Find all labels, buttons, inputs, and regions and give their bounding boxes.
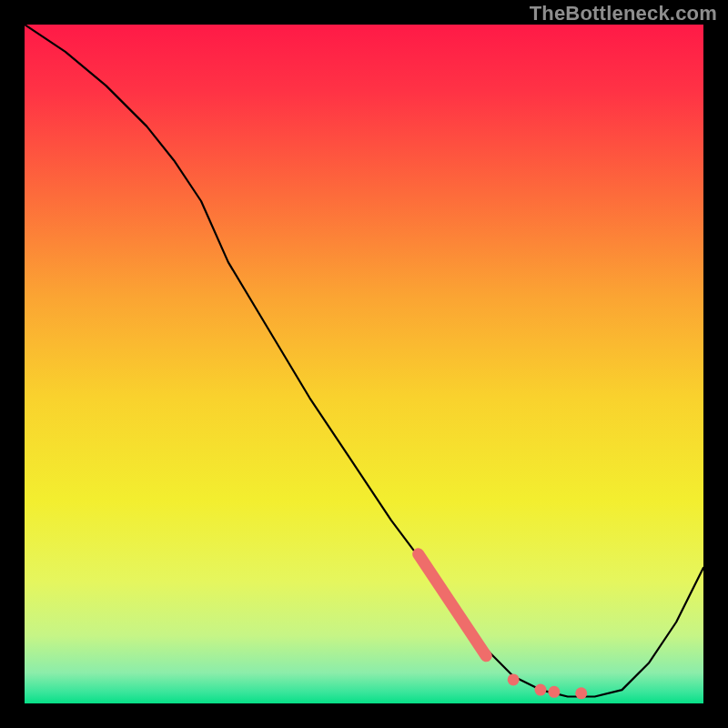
- svg-point-4: [548, 686, 560, 698]
- svg-point-3: [534, 684, 546, 696]
- plot-area: [25, 25, 703, 703]
- svg-point-5: [575, 687, 587, 699]
- svg-point-2: [508, 673, 520, 685]
- svg-rect-0: [25, 25, 703, 703]
- chart-frame: TheBottleneck.com: [0, 0, 728, 728]
- watermark-text: TheBottleneck.com: [530, 2, 717, 25]
- chart-svg: [25, 25, 703, 703]
